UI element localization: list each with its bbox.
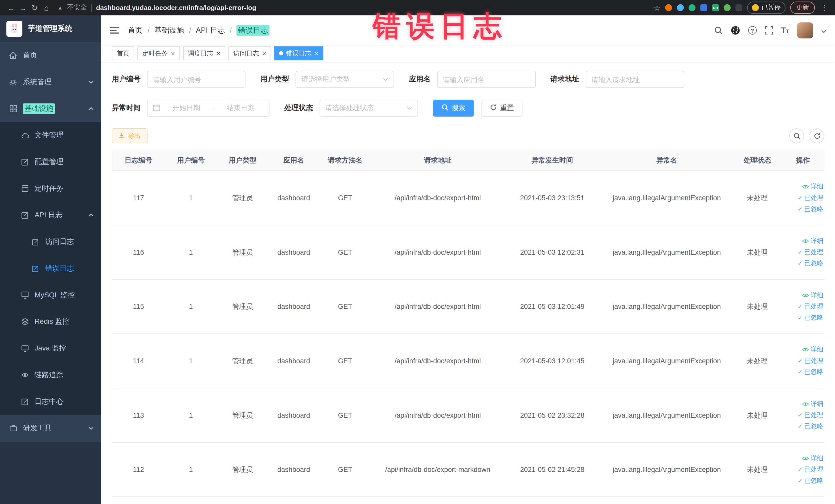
sidebar-item-error-log[interactable]: 错误日志 — [0, 255, 101, 282]
browser-toolbar: ← → ↻ ⌂ ▲ 不安全 dashboard.yudao.iocoder.cn… — [0, 0, 835, 15]
ignored-link[interactable]: ✓已忽略 — [797, 259, 823, 268]
column-header: 异常名 — [600, 155, 733, 165]
chevron-down-icon[interactable] — [821, 25, 827, 35]
forward-icon[interactable]: → — [17, 3, 29, 12]
reset-button[interactable]: 重置 — [482, 100, 523, 117]
main-area: 首页 / 基础设施 / API 日志 / 错误日志 ? TT — [101, 15, 835, 504]
tab-job[interactable]: 定时任务 × — [137, 46, 180, 60]
ignored-link[interactable]: ✓已忽略 — [797, 476, 823, 485]
sidebar-item-trace[interactable]: 链路追踪 — [0, 362, 101, 388]
help-icon[interactable]: ? — [748, 26, 756, 35]
update-button[interactable]: 更新 — [790, 2, 815, 14]
sidebar-item-redis[interactable]: Redis 监控 — [0, 308, 101, 335]
cell-url: /api/infra/db-doc/export-html — [371, 248, 504, 256]
tab-access-log[interactable]: 访问日志 × — [228, 46, 271, 60]
detail-link[interactable]: 详细 — [802, 237, 823, 245]
edit-icon — [20, 158, 29, 166]
extension-icon[interactable] — [700, 4, 707, 11]
app-name-input[interactable] — [437, 71, 535, 88]
fullscreen-icon[interactable] — [765, 26, 773, 35]
extension-icon[interactable] — [677, 4, 684, 11]
ignored-link[interactable]: ✓已忽略 — [797, 422, 823, 431]
cell-url: /api/infra/db-doc/export-html — [371, 194, 504, 202]
home-icon[interactable]: ⌂ — [41, 3, 53, 12]
sidebar-item-java[interactable]: Java 监控 — [0, 335, 101, 362]
tab-home[interactable]: 首页 — [112, 46, 134, 60]
breadcrumb-item[interactable]: 首页 — [128, 25, 143, 35]
close-icon[interactable]: × — [314, 50, 319, 57]
search-button[interactable]: 搜索 — [433, 100, 474, 117]
ignored-link[interactable]: ✓已忽略 — [797, 313, 823, 322]
address-bar[interactable]: ▲ 不安全 dashboard.yudao.iocoder.cn/infra/l… — [52, 3, 653, 12]
check-icon: ✓ — [797, 249, 802, 256]
extension-icon[interactable] — [689, 4, 696, 11]
close-icon[interactable]: × — [216, 50, 221, 57]
sidebar-item-job[interactable]: 定时任务 — [0, 175, 101, 202]
detail-link[interactable]: 详细 — [802, 345, 823, 354]
detail-link[interactable]: 详细 — [802, 454, 823, 463]
sidebar-item-home[interactable]: 首页 — [0, 42, 101, 69]
avatar[interactable] — [797, 22, 813, 38]
processed-link[interactable]: ✓已处理 — [797, 465, 823, 474]
processed-link[interactable]: ✓已处理 — [797, 411, 823, 420]
sidebar-item-infra[interactable]: 基础设施 — [0, 95, 101, 122]
back-icon[interactable]: ← — [5, 3, 17, 12]
detail-link[interactable]: 详细 — [802, 291, 823, 300]
paused-badge[interactable]: 已暂停 — [747, 2, 786, 14]
user-type-select[interactable]: 请选择用户类型 — [296, 71, 394, 88]
sidebar-item-file[interactable]: 文件管理 — [0, 122, 101, 149]
detail-link[interactable]: 详细 — [802, 182, 823, 191]
hamburger-icon[interactable] — [109, 26, 119, 34]
search-toggle-icon[interactable] — [789, 128, 804, 143]
sidebar-item-config[interactable]: 配置管理 — [0, 149, 101, 175]
cell-status: 未处理 — [733, 465, 781, 474]
detail-link[interactable]: 详细 — [802, 400, 823, 408]
processed-link[interactable]: ✓已处理 — [797, 248, 823, 257]
processed-link[interactable]: ✓已处理 — [797, 193, 823, 202]
detail-label: 详细 — [811, 400, 823, 408]
breadcrumb-item[interactable]: 基础设施 — [154, 25, 184, 35]
ignored-link[interactable]: ✓已忽略 — [797, 205, 823, 214]
sidebar-item-label: 研发工具 — [23, 423, 52, 433]
sidebar-item-mysql[interactable]: MySQL 监控 — [0, 282, 101, 309]
process-status-select[interactable]: 请选择处理状态 — [320, 100, 418, 117]
tab-error-log[interactable]: 错误日志 × — [274, 46, 323, 60]
ignored-link[interactable]: ✓已忽略 — [797, 368, 823, 377]
date-range-picker[interactable]: 开始日期 - 结束日期 — [147, 100, 269, 117]
github-icon[interactable] — [731, 25, 740, 35]
close-icon[interactable]: × — [170, 50, 175, 57]
request-url-input[interactable] — [586, 71, 684, 88]
processed-link[interactable]: ✓已处理 — [797, 356, 823, 365]
export-button[interactable]: 导出 — [112, 128, 148, 143]
tab-schedule-log[interactable]: 调度日志 × — [183, 46, 225, 60]
warning-icon: ▲ — [58, 5, 63, 11]
close-icon[interactable]: × — [262, 50, 266, 57]
select-placeholder: 请选择处理状态 — [325, 103, 374, 113]
refresh-icon[interactable] — [810, 128, 824, 143]
reload-icon[interactable]: ↻ — [29, 3, 41, 12]
column-header: 日志编号 — [112, 155, 165, 165]
kebab-menu-icon[interactable]: ⋮ — [820, 4, 830, 12]
extension-icon[interactable]: on — [712, 4, 719, 11]
extension-icon[interactable] — [665, 4, 672, 11]
ignored-label: 已忽略 — [804, 313, 823, 322]
sidebar-item-log-center[interactable]: 日志中心 — [0, 388, 101, 415]
check-icon: ✓ — [797, 303, 802, 310]
processed-link[interactable]: ✓已处理 — [797, 302, 823, 311]
sidebar-item-api-log[interactable]: API 日志 — [0, 202, 101, 228]
cell-user-type: 管理员 — [217, 247, 268, 257]
sidebar-item-dev-tools[interactable]: 研发工具 — [0, 415, 101, 442]
sidebar-logo[interactable]: 芋道管理系统 — [0, 15, 101, 42]
filter-app-name: 应用名 — [409, 71, 535, 88]
font-size-icon[interactable]: TT — [781, 26, 789, 35]
extension-icon[interactable] — [724, 4, 731, 11]
sidebar-item-access-log[interactable]: 访问日志 — [0, 228, 101, 255]
bookmark-star-icon[interactable]: ☆ — [654, 3, 660, 12]
sidebar-item-label: MySQL 监控 — [35, 290, 75, 300]
search-icon[interactable] — [714, 26, 722, 35]
sidebar-item-system[interactable]: 系统管理 — [0, 69, 101, 96]
user-id-input[interactable] — [147, 71, 246, 88]
extension-icon[interactable] — [735, 4, 742, 11]
ignored-label: 已忽略 — [804, 205, 823, 214]
breadcrumb-item[interactable]: API 日志 — [196, 25, 225, 35]
